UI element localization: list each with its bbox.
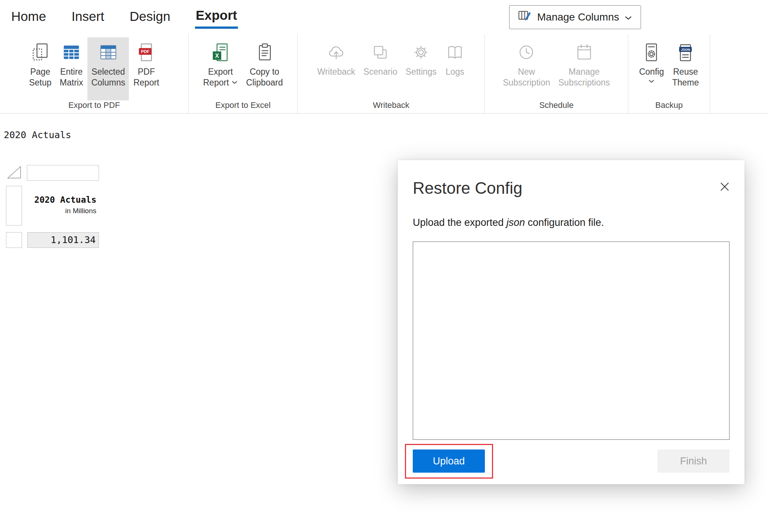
svg-text:PDF: PDF <box>141 49 149 54</box>
chevron-down-icon <box>624 11 632 23</box>
item-label: Columns <box>91 78 125 87</box>
ribbon-item-entire-matrix[interactable]: EntireMatrix <box>56 37 87 100</box>
selected-columns-icon <box>98 41 118 63</box>
item-label: Scenario <box>363 67 397 77</box>
logs-book-icon <box>445 41 465 63</box>
json-file-icon: JSON <box>675 41 696 63</box>
ribbon-item-new-subscription: NewSubscription <box>499 37 554 100</box>
calendar-icon <box>574 41 594 63</box>
excel-export-icon: X <box>210 41 230 63</box>
chevron-down-icon <box>231 80 238 84</box>
tab-export[interactable]: Export <box>195 6 238 29</box>
matrix-column-subheader-label: in Millions <box>27 207 96 215</box>
item-label: Report <box>133 78 159 87</box>
upload-button[interactable]: Upload <box>413 449 485 473</box>
item-label: Matrix <box>60 78 83 87</box>
dialog-title: Restore Config <box>413 179 522 197</box>
ribbon-group-export-to-excel: X Export Report <box>189 34 298 113</box>
item-label: Writeback <box>317 67 355 77</box>
matrix-row-cell[interactable] <box>6 232 22 248</box>
item-label: Logs <box>446 67 464 77</box>
group-label-writeback: Writeback <box>298 100 484 113</box>
ribbon-group-writeback: Writeback Scenario <box>298 34 485 113</box>
tab-home[interactable]: Home <box>10 7 47 28</box>
scenario-layers-icon <box>370 41 390 63</box>
item-label: Export <box>208 67 233 77</box>
item-label: Config <box>639 67 664 77</box>
item-label: Theme <box>672 78 699 87</box>
tab-design[interactable]: Design <box>129 7 171 28</box>
item-label: Selected <box>92 67 125 77</box>
ribbon-item-reuse-theme[interactable]: JSON ReuseTheme <box>668 37 703 100</box>
close-icon[interactable] <box>718 180 732 195</box>
ribbon-group-export-to-pdf: PageSetup EntireMatrix <box>0 34 189 113</box>
ribbon-item-manage-subscriptions: ManageSubscriptions <box>555 37 614 100</box>
json-word: json <box>507 217 525 228</box>
ribbon-item-config[interactable]: Config <box>635 37 668 100</box>
ribbon-item-page-setup[interactable]: PageSetup <box>25 37 55 100</box>
chevron-down-icon <box>648 78 655 85</box>
item-label: Report <box>203 77 229 88</box>
clock-icon <box>516 41 536 63</box>
config-file-dropzone[interactable] <box>413 242 730 440</box>
tab-insert[interactable]: Insert <box>71 7 105 28</box>
ribbon-item-scenario: Scenario <box>360 37 401 100</box>
group-label-schedule: Schedule <box>485 100 628 113</box>
ribbon-item-logs: Logs <box>441 37 469 100</box>
matrix-corner-triangle-icon[interactable] <box>6 164 22 181</box>
dialog-instruction-text: Upload the exported json configuration f… <box>413 217 604 228</box>
item-label: Copy to <box>250 67 279 77</box>
manage-columns-label: Manage Columns <box>537 11 619 23</box>
svg-text:JSON: JSON <box>681 48 690 52</box>
ribbon-item-settings: Settings <box>402 37 440 100</box>
item-label: Subscription <box>503 78 550 87</box>
group-label-export-to-excel: Export to Excel <box>189 100 297 113</box>
matrix-value-cell[interactable]: 1,101.34 <box>27 232 99 248</box>
config-file-gear-icon <box>641 41 662 63</box>
ribbon-item-selected-columns[interactable]: SelectedColumns <box>87 37 129 100</box>
group-label-export-to-pdf: Export to PDF <box>0 100 188 113</box>
item-label: Setup <box>29 78 52 87</box>
pdf-file-icon: PDF <box>136 41 157 63</box>
restore-config-dialog: Restore Config Upload the exported json … <box>398 160 744 484</box>
item-label: Reuse <box>673 67 698 77</box>
app-window: Home Insert Design Export Manage Columns <box>0 0 768 532</box>
ribbon-item-export-report[interactable]: X Export Report <box>199 37 242 100</box>
item-label: Page <box>30 67 50 77</box>
item-label: Subscriptions <box>558 78 610 87</box>
item-label: Manage <box>569 67 600 77</box>
manage-columns-button[interactable]: Manage Columns <box>509 5 641 29</box>
page-setup-icon <box>30 41 50 63</box>
matrix-row-header-cell[interactable] <box>6 186 22 225</box>
clipboard-icon <box>254 41 275 63</box>
item-label: New <box>518 67 535 77</box>
finish-button: Finish <box>657 449 730 473</box>
ribbon-item-writeback: Writeback <box>313 37 359 100</box>
ribbon-group-schedule: NewSubscription ManageSubscriptions Sche… <box>485 34 628 113</box>
manage-columns-icon <box>518 9 532 26</box>
group-label-backup: Backup <box>628 100 710 113</box>
gear-icon <box>411 41 431 63</box>
entire-matrix-icon <box>61 41 81 63</box>
matrix-title: 2020 Actuals <box>4 130 71 140</box>
matrix-column-header-label: 2020 Actuals <box>27 195 96 205</box>
ribbon-tabbar: Home Insert Design Export <box>0 0 768 34</box>
item-label: Settings <box>406 67 437 77</box>
ribbon-item-copy-to-clipboard[interactable]: Copy toClipboard <box>242 37 287 100</box>
item-label: Clipboard <box>246 78 283 87</box>
item-label: Entire <box>60 67 83 77</box>
ribbon: PageSetup EntireMatrix <box>0 34 768 113</box>
svg-text:X: X <box>215 53 219 59</box>
ribbon-item-pdf-report[interactable]: PDF PDFReport <box>130 37 163 100</box>
cloud-upload-icon <box>326 41 346 63</box>
item-label: PDF <box>138 67 155 77</box>
matrix-header-empty-cell[interactable] <box>27 165 99 181</box>
ribbon-group-backup: Config JSON ReuseTheme <box>628 34 710 113</box>
matrix-column-header[interactable]: 2020 Actuals in Millions <box>27 195 96 215</box>
